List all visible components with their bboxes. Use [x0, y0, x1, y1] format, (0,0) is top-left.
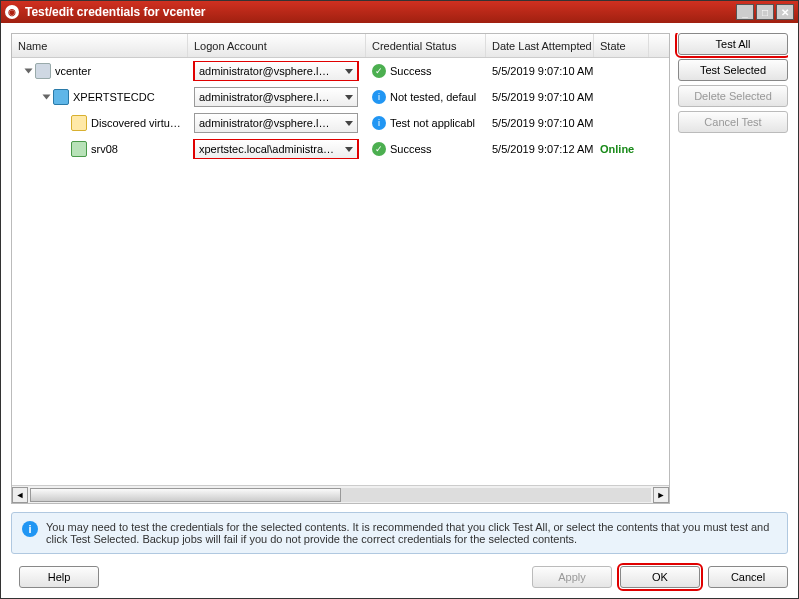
table-row[interactable]: XPERTSTECDCadministrator@vsphere.l…iNot …	[12, 84, 669, 110]
dropdown-value: administrator@vsphere.l…	[199, 91, 341, 103]
logon-account-dropdown[interactable]: administrator@vsphere.l…	[194, 113, 358, 133]
logon-account-dropdown[interactable]: administrator@vsphere.l…	[194, 87, 358, 107]
name-cell: XPERTSTECDC	[12, 89, 188, 105]
dialog-content: Name Logon Account Credential Status Dat…	[1, 23, 798, 598]
close-button[interactable]: ✕	[776, 4, 794, 20]
logon-cell: administrator@vsphere.l…	[188, 61, 366, 81]
date-cell: 5/5/2019 9:07:10 AM	[486, 91, 594, 103]
logon-account-dropdown[interactable]: administrator@vsphere.l…	[194, 61, 358, 81]
window-title: Test/edit credentials for vcenter	[25, 5, 206, 19]
state-cell: Online	[594, 143, 649, 155]
node-icon	[35, 63, 51, 79]
ok-button[interactable]: OK	[620, 566, 700, 588]
apply-button: Apply	[532, 566, 612, 588]
node-name: srv08	[91, 143, 118, 155]
col-header-logon[interactable]: Logon Account	[188, 34, 366, 57]
logon-cell: administrator@vsphere.l…	[188, 87, 366, 107]
chevron-down-icon	[345, 147, 353, 152]
delete-selected-button: Delete Selected	[678, 85, 788, 107]
test-selected-button[interactable]: Test Selected	[678, 59, 788, 81]
cancel-test-button: Cancel Test	[678, 111, 788, 133]
test-all-button[interactable]: Test All	[678, 33, 788, 55]
cancel-button[interactable]: Cancel	[708, 566, 788, 588]
scroll-track[interactable]	[30, 488, 651, 502]
scroll-thumb[interactable]	[30, 488, 341, 502]
app-icon: ◉	[5, 5, 19, 19]
name-cell: srv08	[12, 141, 188, 157]
logon-cell: administrator@vsphere.l…	[188, 113, 366, 133]
date-cell: 5/5/2019 9:07:10 AM	[486, 117, 594, 129]
logon-cell: xpertstec.local\administra…	[188, 139, 366, 159]
grid-header: Name Logon Account Credential Status Dat…	[12, 34, 669, 58]
col-header-state[interactable]: State	[594, 34, 649, 57]
info-text: You may need to test the credentials for…	[46, 521, 777, 545]
footer-bar: Help Apply OK Cancel	[11, 562, 788, 588]
col-header-date[interactable]: Date Last Attempted	[486, 34, 594, 57]
side-buttons: Test All Test Selected Delete Selected C…	[678, 33, 788, 504]
scroll-left-icon[interactable]: ◄	[12, 487, 28, 503]
status-text: Success	[390, 143, 432, 155]
node-icon	[53, 89, 69, 105]
grid-body: vcenteradministrator@vsphere.l…✓Success5…	[12, 58, 669, 485]
expand-toggle-icon[interactable]	[25, 69, 33, 74]
status-text: Not tested, defaul	[390, 91, 476, 103]
chevron-down-icon	[345, 95, 353, 100]
date-cell: 5/5/2019 9:07:12 AM	[486, 143, 594, 155]
status-cell: iTest not applicabl	[366, 116, 486, 130]
status-text: Test not applicabl	[390, 117, 475, 129]
node-name: vcenter	[55, 65, 91, 77]
expand-toggle-icon[interactable]	[43, 95, 51, 100]
help-button[interactable]: Help	[19, 566, 99, 588]
dropdown-value: xpertstec.local\administra…	[199, 143, 341, 155]
node-icon	[71, 141, 87, 157]
credentials-grid: Name Logon Account Credential Status Dat…	[11, 33, 670, 504]
maximize-button[interactable]: □	[756, 4, 774, 20]
minimize-button[interactable]: _	[736, 4, 754, 20]
dropdown-value: administrator@vsphere.l…	[199, 65, 341, 77]
title-bar: ◉ Test/edit credentials for vcenter _ □ …	[1, 1, 798, 23]
status-cell: iNot tested, defaul	[366, 90, 486, 104]
window-controls: _ □ ✕	[736, 4, 794, 20]
table-row[interactable]: vcenteradministrator@vsphere.l…✓Success5…	[12, 58, 669, 84]
name-cell: vcenter	[12, 63, 188, 79]
status-cell: ✓Success	[366, 142, 486, 156]
col-header-name[interactable]: Name	[12, 34, 188, 57]
dropdown-value: administrator@vsphere.l…	[199, 117, 341, 129]
node-name: Discovered virtu…	[91, 117, 181, 129]
node-name: XPERTSTECDC	[73, 91, 155, 103]
info-panel: i You may need to test the credentials f…	[11, 512, 788, 554]
dialog-window: ◉ Test/edit credentials for vcenter _ □ …	[0, 0, 799, 599]
node-icon	[71, 115, 87, 131]
upper-pane: Name Logon Account Credential Status Dat…	[11, 33, 788, 504]
state-text: Online	[600, 143, 634, 155]
col-header-status[interactable]: Credential Status	[366, 34, 486, 57]
success-icon: ✓	[372, 64, 386, 78]
chevron-down-icon	[345, 69, 353, 74]
scroll-right-icon[interactable]: ►	[653, 487, 669, 503]
info-icon: i	[372, 116, 386, 130]
chevron-down-icon	[345, 121, 353, 126]
info-icon: i	[22, 521, 38, 537]
status-text: Success	[390, 65, 432, 77]
info-icon: i	[372, 90, 386, 104]
table-row[interactable]: Discovered virtu…administrator@vsphere.l…	[12, 110, 669, 136]
name-cell: Discovered virtu…	[12, 115, 188, 131]
table-row[interactable]: srv08xpertstec.local\administra…✓Success…	[12, 136, 669, 162]
horizontal-scrollbar[interactable]: ◄ ►	[12, 485, 669, 503]
status-cell: ✓Success	[366, 64, 486, 78]
logon-account-dropdown[interactable]: xpertstec.local\administra…	[194, 139, 358, 159]
date-cell: 5/5/2019 9:07:10 AM	[486, 65, 594, 77]
success-icon: ✓	[372, 142, 386, 156]
